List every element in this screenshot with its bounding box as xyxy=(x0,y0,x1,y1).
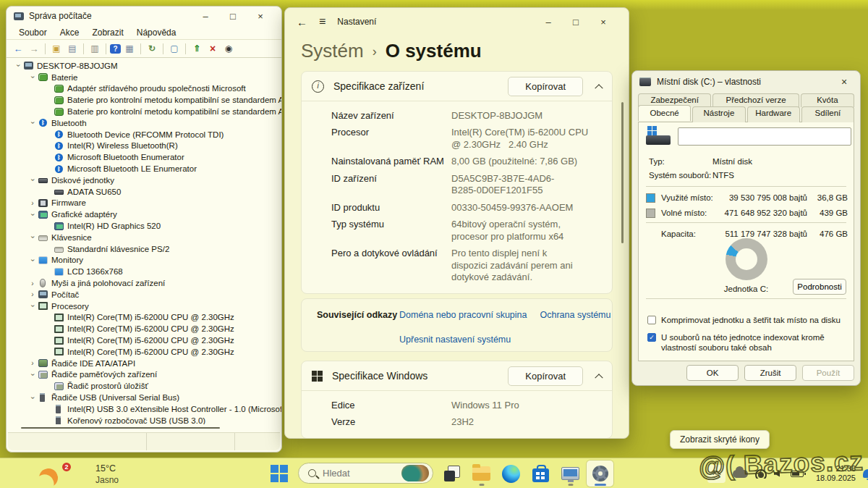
device-spec-header[interactable]: i Specifikace zařízení Kopírovat xyxy=(302,72,612,101)
menu-item[interactable]: Akce xyxy=(54,28,86,38)
tree-item[interactable]: ›Procesory xyxy=(7,300,281,312)
horizontal-scrollbar[interactable] xyxy=(21,427,220,429)
tree-item[interactable]: ›Myši a jiná polohovací zařízení xyxy=(7,277,281,289)
tree-item[interactable]: Standardní klávesnice PS/2 xyxy=(7,243,281,255)
taskbar-search[interactable] xyxy=(298,463,433,484)
maximize-button[interactable]: □ xyxy=(562,17,590,28)
hamburger-menu-icon[interactable]: ≡ xyxy=(319,15,326,28)
tree-item[interactable]: Bluetooth Device (RFCOMM Protocol TDI) xyxy=(7,129,281,140)
dialog-titlebar[interactable]: Místní disk (C:) – vlastnosti × xyxy=(632,71,860,93)
tab-Kvóta[interactable]: Kvóta xyxy=(801,93,854,107)
tree-item[interactable]: ›Baterie xyxy=(7,72,281,83)
view-icon[interactable]: ▤ xyxy=(65,42,80,55)
tree-item[interactable]: ›DESKTOP-8BJOJGM xyxy=(7,60,281,72)
details-button[interactable]: Podrobnosti xyxy=(793,279,846,295)
tree-item[interactable]: Intel(R) Core(TM) i5-6200U CPU @ 2.30GHz xyxy=(7,335,281,346)
start-button[interactable] xyxy=(271,465,288,482)
close-button[interactable]: × xyxy=(590,17,617,28)
expander-icon[interactable]: › xyxy=(27,279,38,287)
tree-item[interactable]: ›Řadiče USB (Universal Serial Bus) xyxy=(7,392,281,403)
tree-item[interactable]: LCD 1366x768 xyxy=(7,266,281,277)
tree-item[interactable]: Řadič prostorů úložišť xyxy=(7,380,281,392)
tree-item[interactable]: Baterie pro kontrolní metodu kompatibiln… xyxy=(7,106,281,117)
related-link[interactable]: Upřesnit nastavení systému xyxy=(399,335,511,345)
cm-titlebar[interactable]: Správa počítače – □ × xyxy=(7,7,281,25)
menu-item[interactable]: Nápověda xyxy=(130,28,183,38)
back-icon[interactable]: ← xyxy=(11,42,25,55)
chevron-up-icon[interactable] xyxy=(595,374,603,382)
refresh-icon[interactable]: ↻ xyxy=(145,42,159,55)
tree-item[interactable]: Intel(R) USB 3.0 eXtensible Host Control… xyxy=(7,403,281,415)
minimize-button[interactable]: – xyxy=(535,17,562,28)
export-icon[interactable]: ▣ xyxy=(49,42,64,55)
dialog-button-zrušit[interactable]: Zrušit xyxy=(744,365,796,381)
breadcrumb-parent[interactable]: Systém xyxy=(301,38,364,63)
dialog-button-ok[interactable]: OK xyxy=(686,365,739,381)
tree-item[interactable]: ›Firmware xyxy=(7,198,281,209)
computer-management-button[interactable] xyxy=(557,460,584,487)
menu-item[interactable]: Soubor xyxy=(12,28,54,38)
expander-icon[interactable]: › xyxy=(29,209,37,220)
related-link[interactable]: Doména nebo pracovní skupina xyxy=(399,310,527,320)
uninstall-icon[interactable]: × xyxy=(205,42,220,55)
maximize-button[interactable]: □ xyxy=(219,11,247,22)
expander-icon[interactable]: › xyxy=(29,117,37,129)
forward-icon[interactable]: → xyxy=(27,42,41,55)
edge-button[interactable] xyxy=(498,460,524,487)
checkbox-row[interactable]: Komprimovat jednotku a šetřit tak místo … xyxy=(647,315,846,325)
tab-Předchozí verze[interactable]: Předchozí verze xyxy=(712,93,799,107)
tree-item[interactable]: Microsoft Bluetooth LE Enumerator xyxy=(7,163,281,174)
file-explorer-button[interactable] xyxy=(468,460,495,487)
copy-button[interactable]: Kopírovat xyxy=(508,366,583,386)
tree-item[interactable]: ›Grafické adaptéry xyxy=(7,209,281,220)
task-view-button[interactable] xyxy=(438,460,465,487)
dialog-button-použít[interactable]: Použít xyxy=(802,365,854,381)
tree-item[interactable]: Baterie pro kontrolní metodu kompatibiln… xyxy=(7,94,281,106)
expander-icon[interactable]: › xyxy=(27,359,38,367)
tree-item[interactable]: Microsoft Bluetooth Enumerator xyxy=(7,151,281,163)
tree-item[interactable]: ›Bluetooth xyxy=(7,117,281,129)
expander-icon[interactable]: › xyxy=(29,174,37,186)
tree-item[interactable]: ADATA SU650 xyxy=(7,186,281,198)
tab-Sdílení[interactable]: Sdílení xyxy=(801,106,854,122)
tab-Nástroje[interactable]: Nástroje xyxy=(692,106,745,122)
close-button[interactable]: × xyxy=(247,11,274,22)
expander-icon[interactable]: › xyxy=(29,72,37,83)
tab-Obecné[interactable]: Obecné xyxy=(638,105,691,121)
settings-button[interactable] xyxy=(587,460,613,487)
vertical-scrollbar[interactable] xyxy=(621,102,624,243)
weather-widget[interactable]: 2 15°C Jasno xyxy=(38,461,146,486)
tree-item[interactable]: ›Řadiče IDE ATA/ATAPI xyxy=(7,358,281,369)
panes-icon[interactable]: ▦ xyxy=(122,42,137,55)
microsoft-store-button[interactable] xyxy=(527,460,554,487)
expander-icon[interactable]: › xyxy=(14,60,22,72)
back-icon[interactable]: ← xyxy=(297,16,307,28)
minimize-button[interactable]: – xyxy=(192,11,219,22)
expander-icon[interactable]: › xyxy=(29,254,37,266)
expander-icon[interactable]: › xyxy=(29,392,37,403)
expander-icon[interactable]: › xyxy=(27,290,38,298)
checkbox-row[interactable]: ✓U souborů na této jednotce indexovat kr… xyxy=(647,332,846,353)
help-icon[interactable]: ? xyxy=(110,44,121,54)
windows-spec-header[interactable]: Specifikace Windows Kopírovat xyxy=(302,361,612,390)
document-icon[interactable]: ▥ xyxy=(88,42,102,55)
close-button[interactable]: × xyxy=(835,76,853,88)
chevron-up-icon[interactable] xyxy=(595,84,603,92)
tree-item[interactable]: ›Řadiče paměťových zařízení xyxy=(7,369,281,381)
tree-item[interactable]: Intel(R) Core(TM) i5-6200U CPU @ 2.30GHz xyxy=(7,346,281,358)
tab-Hardware[interactable]: Hardware xyxy=(747,106,800,122)
checkbox-unchecked-icon[interactable] xyxy=(647,316,656,324)
expander-icon[interactable]: › xyxy=(27,199,38,207)
tree-item[interactable]: Intel(R) HD Graphics 520 xyxy=(7,220,281,232)
tree-item[interactable]: Intel(R) Core(TM) i5-6200U CPU @ 2.30GHz xyxy=(7,323,281,335)
tree-item[interactable]: Intel(R) Core(TM) i5-6200U CPU @ 2.30GHz xyxy=(7,312,281,324)
menu-item[interactable]: Zobrazit xyxy=(85,28,129,38)
tree-item[interactable]: ›Počítač xyxy=(7,289,281,300)
driver-up-icon[interactable]: ⇑ xyxy=(190,42,204,55)
tree-item[interactable]: Kořenový rozbočovač USB (USB 3.0) xyxy=(7,415,281,424)
checkbox-checked-icon[interactable]: ✓ xyxy=(647,333,656,342)
search-input[interactable] xyxy=(323,468,395,479)
copy-button[interactable]: Kopírovat xyxy=(508,77,583,96)
tree-item[interactable]: ›Diskové jednotky xyxy=(7,174,281,186)
settings-titlebar[interactable]: ← ≡ Nastavení – □ × xyxy=(285,8,629,35)
